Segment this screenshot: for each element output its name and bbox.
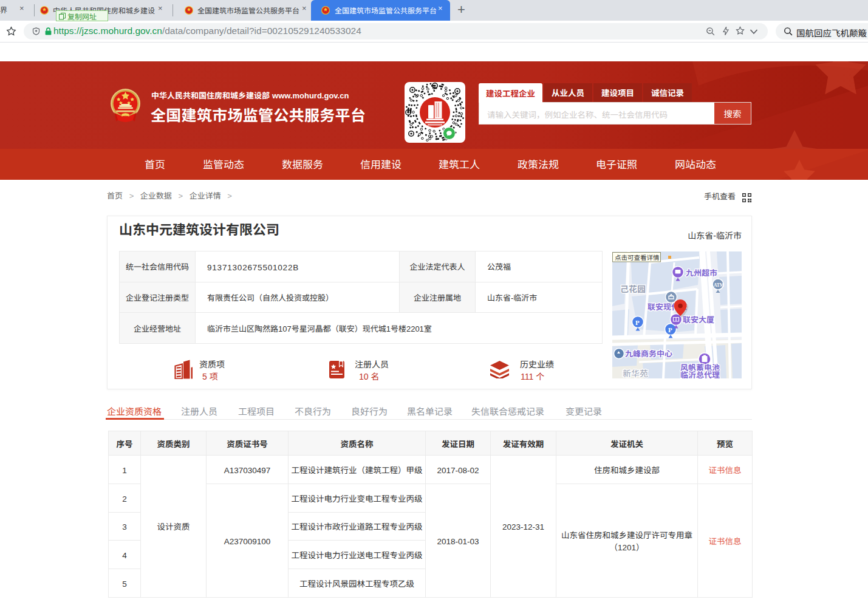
svg-text:ATM: ATM (714, 281, 724, 288)
svg-text:临沂总代理: 临沂总代理 (680, 369, 720, 378)
svg-text:九峰商务中心: 九峰商务中心 (625, 347, 672, 359)
svg-text:P: P (668, 324, 672, 334)
svg-text:P: P (635, 317, 640, 327)
svg-text:点击可查看详情: 点击可查看详情 (615, 253, 660, 262)
svg-text:己花园: 己花园 (620, 282, 646, 295)
svg-text:联安大厦: 联安大厦 (683, 313, 714, 325)
svg-text:新华苑: 新华苑 (623, 367, 648, 378)
svg-text:九州超市: 九州超市 (686, 267, 717, 278)
